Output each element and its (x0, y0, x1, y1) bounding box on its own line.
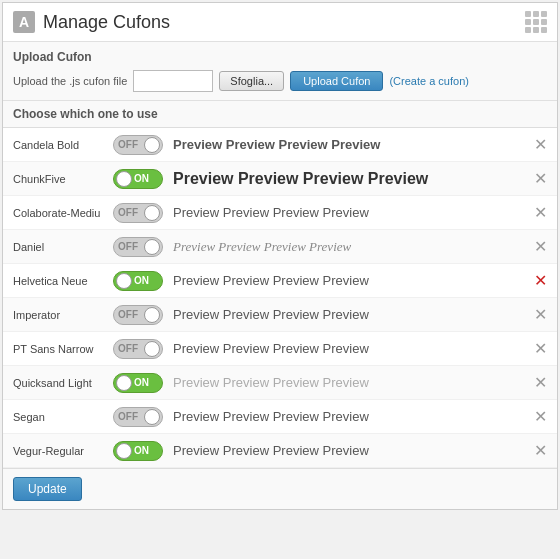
font-preview: Preview Preview Preview Preview (173, 273, 526, 288)
font-preview: Preview Preview Preview Preview (173, 205, 526, 220)
delete-font-button[interactable]: ✕ (534, 239, 547, 255)
upload-button[interactable]: Upload Cufon (290, 71, 383, 91)
create-cufon-link[interactable]: (Create a cufon) (389, 75, 468, 87)
sfoglia-button[interactable]: Sfoglia... (219, 71, 284, 91)
font-table: Candela Bold OFF Preview Preview Preview… (3, 128, 557, 468)
font-preview: Preview Preview Preview Preview (173, 307, 526, 322)
file-input[interactable] (133, 70, 213, 92)
font-preview: Preview Preview Preview Preview (173, 443, 526, 458)
upload-section-title: Upload Cufon (13, 50, 547, 64)
delete-font-button[interactable]: ✕ (534, 171, 547, 187)
font-toggle[interactable]: OFF (113, 135, 163, 155)
font-preview: Preview Preview Preview Preview (173, 375, 526, 390)
font-toggle[interactable]: ON (113, 271, 163, 291)
font-toggle[interactable]: ON (113, 373, 163, 393)
font-name: Daniel (13, 241, 113, 253)
font-name: Candela Bold (13, 139, 113, 151)
font-name: ChunkFive (13, 173, 113, 185)
font-toggle[interactable]: ON (113, 169, 163, 189)
font-row: PT Sans Narrow OFF Preview Preview Previ… (3, 332, 557, 366)
font-name: PT Sans Narrow (13, 343, 113, 355)
font-toggle[interactable]: OFF (113, 237, 163, 257)
delete-font-button[interactable]: ✕ (534, 307, 547, 323)
grid-icon[interactable] (525, 11, 547, 33)
font-name: Imperator (13, 309, 113, 321)
font-toggle[interactable]: OFF (113, 305, 163, 325)
delete-font-button[interactable]: ✕ (534, 341, 547, 357)
delete-font-button[interactable]: ✕ (534, 443, 547, 459)
page-header: A Manage Cufons (3, 3, 557, 42)
font-row: Daniel OFF Preview Preview Preview Previ… (3, 230, 557, 264)
delete-font-button[interactable]: ✕ (534, 409, 547, 425)
font-row: Quicksand Light ON Preview Preview Previ… (3, 366, 557, 400)
font-preview: Preview Preview Preview Preview (173, 239, 526, 255)
font-name: Colaborate-Mediu (13, 207, 113, 219)
page-title: Manage Cufons (43, 12, 170, 33)
update-button[interactable]: Update (13, 477, 82, 501)
font-toggle[interactable]: OFF (113, 407, 163, 427)
font-row: ChunkFive ON Preview Preview Preview Pre… (3, 162, 557, 196)
font-name: Vegur-Regular (13, 445, 113, 457)
upload-row: Upload the .js cufon file Sfoglia... Upl… (13, 70, 547, 92)
font-row: Colaborate-Mediu OFF Preview Preview Pre… (3, 196, 557, 230)
page-wrapper: A Manage Cufons Upload Cufon Upload the … (2, 2, 558, 510)
app-icon: A (13, 11, 35, 33)
font-row: Imperator OFF Preview Preview Preview Pr… (3, 298, 557, 332)
font-row: Candela Bold OFF Preview Preview Preview… (3, 128, 557, 162)
choose-section: Choose which one to use (3, 101, 557, 128)
delete-font-button[interactable]: ✕ (534, 375, 547, 391)
footer-bar: Update (3, 468, 557, 509)
font-preview: Preview Preview Preview Preview (173, 170, 526, 188)
font-name: Quicksand Light (13, 377, 113, 389)
font-toggle[interactable]: OFF (113, 203, 163, 223)
delete-font-button[interactable]: ✕ (534, 273, 547, 289)
font-preview: Preview Preview Preview Preview (173, 409, 526, 424)
upload-section: Upload Cufon Upload the .js cufon file S… (3, 42, 557, 101)
font-toggle[interactable]: ON (113, 441, 163, 461)
delete-font-button[interactable]: ✕ (534, 205, 547, 221)
font-row: Helvetica Neue ON Preview Preview Previe… (3, 264, 557, 298)
choose-title: Choose which one to use (13, 107, 158, 121)
upload-label: Upload the .js cufon file (13, 75, 127, 87)
font-row: Segan OFF Preview Preview Preview Previe… (3, 400, 557, 434)
font-toggle[interactable]: OFF (113, 339, 163, 359)
font-name: Segan (13, 411, 113, 423)
font-row: Vegur-Regular ON Preview Preview Preview… (3, 434, 557, 468)
header-left: A Manage Cufons (13, 11, 170, 33)
font-preview: Preview Preview Preview Preview (173, 137, 526, 152)
font-preview: Preview Preview Preview Preview (173, 341, 526, 356)
font-name: Helvetica Neue (13, 275, 113, 287)
delete-font-button[interactable]: ✕ (534, 137, 547, 153)
